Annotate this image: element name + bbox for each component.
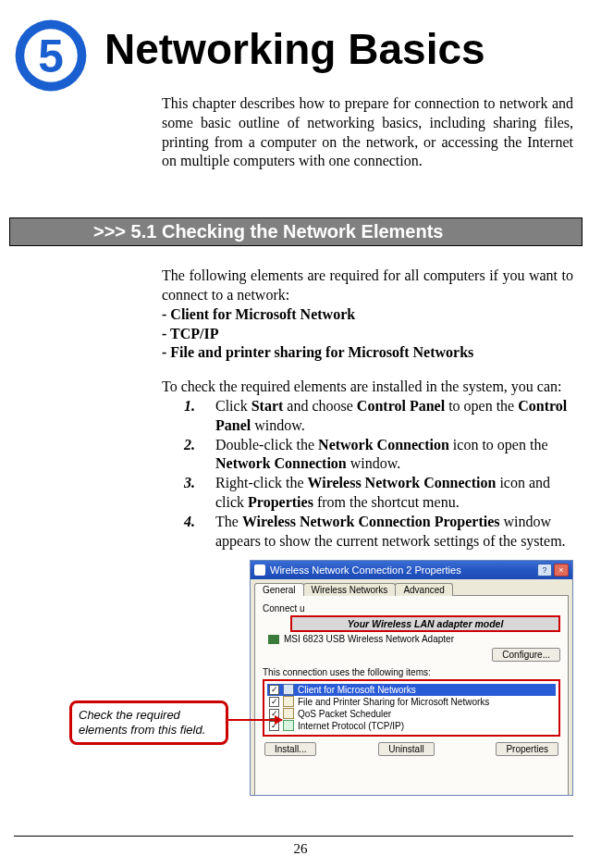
uninstall-button[interactable]: Uninstall [378,742,434,756]
help-button[interactable]: ? [537,564,552,577]
step-number: 2. [184,436,199,475]
requirement-item: - File and printer sharing for Microsoft… [162,343,573,363]
window-icon [254,564,265,576]
checkbox-icon[interactable]: ✓ [269,685,279,695]
chapter-intro: This chapter describes how to prepare fo… [162,94,573,171]
item-label: Client for Microsoft Networks [298,685,416,695]
check-intro: To check the required elements are insta… [162,378,573,397]
list-item[interactable]: ✓ QoS Packet Scheduler [267,708,556,720]
requirements-list: - Client for Microsoft Network - TCP/IP … [162,305,573,363]
dialog-title: Wireless Network Connection 2 Properties [270,564,461,576]
close-button[interactable]: × [554,564,569,577]
list-item[interactable]: ✓ File and Printer Sharing for Microsoft… [267,696,556,708]
adapter-row: MSI 6823 USB Wireless Network Adapter [268,634,560,644]
service-icon [283,696,294,707]
requirements-intro: The following elements are required for … [162,267,573,305]
steps-list: 1. Click Start and choose Control Panel … [162,397,573,551]
adapter-icon [268,635,279,644]
dialog-figure: Wireless Network Connection 2 Properties… [79,560,573,800]
callout-arrow-icon [227,719,282,721]
client-icon [283,684,294,695]
callout-check-required: Check the required elements from this fi… [69,701,228,744]
dialog-titlebar[interactable]: Wireless Network Connection 2 Properties… [251,561,572,579]
item-label: File and Printer Sharing for Microsoft N… [298,697,489,707]
step-number: 1. [184,397,199,436]
step-2: 2. Double-click the Network Connection i… [184,436,573,475]
item-label: Internet Protocol (TCP/IP) [298,721,404,731]
tab-wireless-networks[interactable]: Wireless Networks [303,583,397,596]
chapter-number-badge: 5 [14,19,88,93]
network-items-box: ✓ Client for Microsoft Networks ✓ File a… [263,679,560,737]
adapter-callout-box: Your Wireless LAN adapter model [290,615,560,632]
chapter-header: 5 Networking Basics [14,19,573,93]
requirement-item: - TCP/IP [162,325,573,344]
protocol-icon [283,720,294,731]
step-1: 1. Click Start and choose Control Panel … [184,397,573,436]
properties-dialog: Wireless Network Connection 2 Properties… [250,560,573,796]
step-text: Right-click the Wireless Network Connect… [215,474,573,513]
step-3: 3. Right-click the Wireless Network Conn… [184,474,573,513]
properties-button[interactable]: Properties [496,742,558,756]
body-text: The following elements are required for … [162,267,573,551]
service-icon [283,708,294,719]
badge-svg: 5 [14,19,88,93]
chapter-number-text: 5 [38,31,64,82]
footer-rule [14,836,573,837]
item-buttons-row: Install... Uninstall Properties [263,742,560,756]
install-button[interactable]: Install... [264,742,316,756]
step-text: Double-click the Network Connection icon… [215,436,573,475]
configure-button[interactable]: Configure... [492,648,560,662]
section-heading: >>> 5.1 Checking the Network Elements [9,217,583,246]
step-text: Click Start and choose Control Panel to … [215,397,573,436]
step-number: 3. [184,474,199,513]
step-text: The Wireless Network Connection Properti… [215,513,573,552]
item-label: QoS Packet Scheduler [298,709,391,719]
page-number: 26 [0,841,601,857]
checkbox-icon[interactable]: ✓ [269,697,279,707]
dialog-tabs: General Wireless Networks Advanced [251,579,572,596]
tab-panel-general: Connect u Your Wireless LAN adapter mode… [254,595,569,796]
items-label: This connection uses the following items… [263,667,560,677]
connect-using-label: Connect u [263,603,560,614]
tab-general[interactable]: General [254,583,304,596]
requirement-item: - Client for Microsoft Network [162,305,573,325]
step-number: 4. [184,513,199,552]
tab-advanced[interactable]: Advanced [395,583,452,596]
step-4: 4. The Wireless Network Connection Prope… [184,513,573,552]
chapter-title: Networking Basics [104,28,485,70]
adapter-name: MSI 6823 USB Wireless Network Adapter [284,634,454,644]
list-item[interactable]: ✓ Internet Protocol (TCP/IP) [267,720,556,732]
list-item[interactable]: ✓ Client for Microsoft Networks [267,684,556,696]
